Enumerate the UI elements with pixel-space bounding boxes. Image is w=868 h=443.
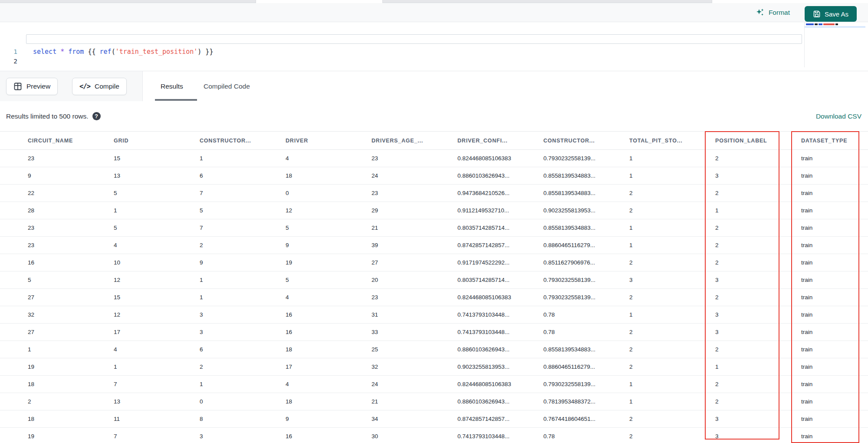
column-header: CONSTRUCTOR... bbox=[194, 132, 279, 149]
code-token: select bbox=[33, 48, 56, 56]
table-cell: 0.824468085106383 bbox=[451, 376, 537, 393]
table-cell: 18 bbox=[22, 410, 108, 427]
table-cell: train bbox=[795, 306, 868, 323]
preview-button[interactable]: Preview bbox=[6, 78, 58, 95]
table-cell: 12 bbox=[108, 306, 194, 323]
table-cell: train bbox=[795, 167, 868, 184]
table-cell: 22 bbox=[22, 185, 108, 202]
table-cell: 25 bbox=[365, 341, 451, 358]
active-line-highlight bbox=[26, 34, 802, 44]
table-row: 913618240.8860103626943...0.855813953488… bbox=[0, 167, 868, 185]
table-cell: 4 bbox=[279, 289, 365, 306]
results-toolbar: Preview </> Compile Results Compiled Cod… bbox=[0, 71, 868, 101]
table-cell: 21 bbox=[365, 219, 451, 236]
table-cell: 2 bbox=[623, 428, 709, 443]
sql-editor[interactable]: 1 2 select * from {{ ref('train_test_pos… bbox=[0, 22, 868, 71]
table-cell: 19 bbox=[279, 254, 365, 271]
table-cell: train bbox=[795, 358, 868, 375]
table-cell: 0.824468085106383 bbox=[451, 150, 537, 167]
save-as-button[interactable]: Save As bbox=[805, 6, 857, 22]
table-row: 18714240.8244680851063830.7930232558139.… bbox=[0, 376, 868, 393]
code-token: from bbox=[68, 48, 84, 56]
table-cell: 9 bbox=[279, 410, 365, 427]
file-tab-strip[interactable] bbox=[0, 0, 868, 3]
table-cell: 2 bbox=[709, 341, 795, 358]
table-cell: 2 bbox=[623, 341, 709, 358]
table-row: 181189340.8742857142857...0.767441860465… bbox=[0, 410, 868, 428]
table-cell: 0.8742857142857... bbox=[451, 237, 537, 254]
table-cell: 0.78 bbox=[537, 428, 623, 443]
results-info-bar: Results limited to 500 rows. ? Download … bbox=[0, 101, 868, 131]
compile-button[interactable]: </> Compile bbox=[72, 78, 127, 95]
editor-minimap[interactable] bbox=[804, 22, 865, 67]
table-cell: 18 bbox=[279, 393, 365, 410]
table-cell: 1 bbox=[194, 271, 279, 288]
table-cell: 2 bbox=[709, 219, 795, 236]
code-token bbox=[64, 48, 68, 56]
table-cell: 0.8558139534883... bbox=[537, 185, 623, 202]
table-cell: 7 bbox=[194, 219, 279, 236]
table-cell: 30 bbox=[365, 428, 451, 443]
table-cell: 0.7413793103448... bbox=[451, 428, 537, 443]
table-cell: 24 bbox=[365, 167, 451, 184]
table-cell: 0.8035714285714... bbox=[451, 219, 537, 236]
tab-results[interactable]: Results bbox=[161, 71, 183, 102]
table-cell: 2 bbox=[623, 324, 709, 341]
table-cell: 0.9112149532710... bbox=[451, 202, 537, 219]
table-cell: 0.8558139534883... bbox=[537, 219, 623, 236]
table-cell: 18 bbox=[22, 376, 108, 393]
line-number-2: 2 bbox=[3, 56, 17, 66]
format-button[interactable]: Format bbox=[756, 8, 790, 17]
table-cell: 33 bbox=[365, 324, 451, 341]
active-file-tab[interactable] bbox=[256, 0, 383, 3]
table-cell: 17 bbox=[279, 358, 365, 375]
table-cell: 2 bbox=[623, 410, 709, 427]
table-header-row: CIRCUIT_NAMEGRIDCONSTRUCTOR...DRIVERDRIV… bbox=[0, 131, 868, 150]
table-cell: 4 bbox=[108, 237, 194, 254]
table-cell: 31 bbox=[365, 306, 451, 323]
table-cell: 1 bbox=[623, 167, 709, 184]
table-cell: 10 bbox=[108, 254, 194, 271]
table-cell: 2 bbox=[194, 237, 279, 254]
minimap-code-preview bbox=[806, 23, 838, 25]
help-icon[interactable]: ? bbox=[92, 112, 101, 120]
dbt-ide-screen: Format Save As 1 2 select * from {{ ref(… bbox=[0, 0, 868, 443]
results-table: CIRCUIT_NAMEGRIDCONSTRUCTOR...DRIVERDRIV… bbox=[0, 131, 868, 443]
table-cell: 2 bbox=[623, 358, 709, 375]
table-cell: 3 bbox=[709, 410, 795, 427]
row-limit-text: Results limited to 500 rows. bbox=[6, 112, 89, 120]
column-header: DATASET_TYPE bbox=[795, 132, 868, 149]
table-cell: 39 bbox=[365, 237, 451, 254]
table-cell: 2 bbox=[623, 202, 709, 219]
table-cell: train bbox=[795, 324, 868, 341]
table-cell: 32 bbox=[22, 306, 108, 323]
table-cell: 17 bbox=[108, 324, 194, 341]
tab-compiled-code[interactable]: Compiled Code bbox=[204, 71, 250, 102]
column-header: DRIVER_CONFI... bbox=[451, 132, 537, 149]
table-cell: 23 bbox=[22, 237, 108, 254]
table-cell: 2 bbox=[194, 358, 279, 375]
table-cell: train bbox=[795, 341, 868, 358]
code-line-1[interactable]: select * from {{ ref('train_test_positio… bbox=[33, 47, 213, 56]
table-cell: train bbox=[795, 393, 868, 410]
table-row: 23429390.8742857142857...0.8860465116279… bbox=[0, 237, 868, 254]
table-cell: 4 bbox=[279, 376, 365, 393]
table-cell: 3 bbox=[623, 271, 709, 288]
table-cell: 2 bbox=[623, 185, 709, 202]
table-cell: 3 bbox=[709, 167, 795, 184]
table-cell: 0 bbox=[194, 393, 279, 410]
table-cell: 0 bbox=[279, 185, 365, 202]
table-grid-icon bbox=[13, 82, 22, 91]
table-cell: 1 bbox=[709, 202, 795, 219]
table-cell: 1 bbox=[623, 150, 709, 167]
table-row: 3212316310.7413793103448...0.7813train bbox=[0, 306, 868, 324]
column-header: DRIVERS_AGE_... bbox=[365, 132, 451, 149]
table-row: 22570230.9473684210526...0.8558139534883… bbox=[0, 185, 868, 202]
table-row: 231514230.8244680851063830.7930232558139… bbox=[0, 150, 868, 167]
table-cell: 0.8558139534883... bbox=[537, 341, 623, 358]
download-csv-link[interactable]: Download CSV bbox=[816, 112, 861, 120]
table-cell: 6 bbox=[194, 341, 279, 358]
table-cell: 2 bbox=[709, 289, 795, 306]
table-cell: 1 bbox=[623, 306, 709, 323]
table-cell: train bbox=[795, 289, 868, 306]
